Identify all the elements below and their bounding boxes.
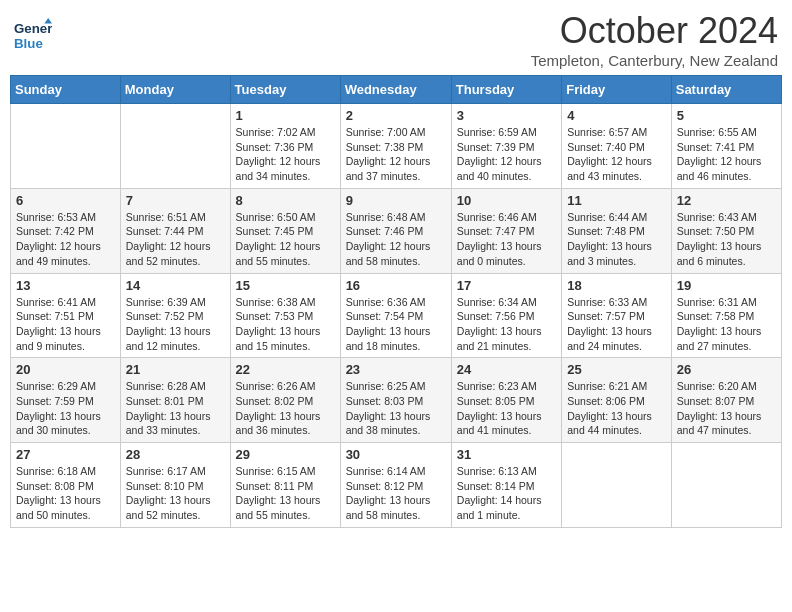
day-number: 19 xyxy=(677,278,776,293)
day-info: Sunrise: 6:15 AM Sunset: 8:11 PM Dayligh… xyxy=(236,464,335,523)
day-cell: 26Sunrise: 6:20 AM Sunset: 8:07 PM Dayli… xyxy=(671,358,781,443)
day-cell: 2Sunrise: 7:00 AM Sunset: 7:38 PM Daylig… xyxy=(340,104,451,189)
day-info: Sunrise: 6:31 AM Sunset: 7:58 PM Dayligh… xyxy=(677,295,776,354)
day-number: 14 xyxy=(126,278,225,293)
day-cell xyxy=(671,443,781,528)
day-cell: 27Sunrise: 6:18 AM Sunset: 8:08 PM Dayli… xyxy=(11,443,121,528)
day-cell: 9Sunrise: 6:48 AM Sunset: 7:46 PM Daylig… xyxy=(340,188,451,273)
day-info: Sunrise: 6:17 AM Sunset: 8:10 PM Dayligh… xyxy=(126,464,225,523)
day-info: Sunrise: 6:51 AM Sunset: 7:44 PM Dayligh… xyxy=(126,210,225,269)
day-number: 31 xyxy=(457,447,556,462)
day-cell: 21Sunrise: 6:28 AM Sunset: 8:01 PM Dayli… xyxy=(120,358,230,443)
month-title: October 2024 xyxy=(531,10,778,52)
day-cell: 6Sunrise: 6:53 AM Sunset: 7:42 PM Daylig… xyxy=(11,188,121,273)
day-number: 1 xyxy=(236,108,335,123)
day-cell: 17Sunrise: 6:34 AM Sunset: 7:56 PM Dayli… xyxy=(451,273,561,358)
day-cell: 10Sunrise: 6:46 AM Sunset: 7:47 PM Dayli… xyxy=(451,188,561,273)
day-number: 2 xyxy=(346,108,446,123)
day-info: Sunrise: 6:25 AM Sunset: 8:03 PM Dayligh… xyxy=(346,379,446,438)
day-number: 24 xyxy=(457,362,556,377)
day-cell: 18Sunrise: 6:33 AM Sunset: 7:57 PM Dayli… xyxy=(562,273,672,358)
day-number: 9 xyxy=(346,193,446,208)
day-info: Sunrise: 6:53 AM Sunset: 7:42 PM Dayligh… xyxy=(16,210,115,269)
svg-text:Blue: Blue xyxy=(14,36,43,51)
week-row-5: 27Sunrise: 6:18 AM Sunset: 8:08 PM Dayli… xyxy=(11,443,782,528)
title-area: October 2024 Templeton, Canterbury, New … xyxy=(531,10,778,69)
header-row: SundayMondayTuesdayWednesdayThursdayFrid… xyxy=(11,76,782,104)
day-info: Sunrise: 7:00 AM Sunset: 7:38 PM Dayligh… xyxy=(346,125,446,184)
day-cell xyxy=(11,104,121,189)
day-cell: 29Sunrise: 6:15 AM Sunset: 8:11 PM Dayli… xyxy=(230,443,340,528)
day-info: Sunrise: 7:02 AM Sunset: 7:36 PM Dayligh… xyxy=(236,125,335,184)
day-cell: 1Sunrise: 7:02 AM Sunset: 7:36 PM Daylig… xyxy=(230,104,340,189)
header-cell-thursday: Thursday xyxy=(451,76,561,104)
day-cell: 8Sunrise: 6:50 AM Sunset: 7:45 PM Daylig… xyxy=(230,188,340,273)
day-cell: 24Sunrise: 6:23 AM Sunset: 8:05 PM Dayli… xyxy=(451,358,561,443)
day-cell: 4Sunrise: 6:57 AM Sunset: 7:40 PM Daylig… xyxy=(562,104,672,189)
day-info: Sunrise: 6:20 AM Sunset: 8:07 PM Dayligh… xyxy=(677,379,776,438)
day-number: 7 xyxy=(126,193,225,208)
day-cell: 13Sunrise: 6:41 AM Sunset: 7:51 PM Dayli… xyxy=(11,273,121,358)
day-info: Sunrise: 6:44 AM Sunset: 7:48 PM Dayligh… xyxy=(567,210,666,269)
day-cell: 23Sunrise: 6:25 AM Sunset: 8:03 PM Dayli… xyxy=(340,358,451,443)
day-info: Sunrise: 6:57 AM Sunset: 7:40 PM Dayligh… xyxy=(567,125,666,184)
header-cell-saturday: Saturday xyxy=(671,76,781,104)
day-cell: 31Sunrise: 6:13 AM Sunset: 8:14 PM Dayli… xyxy=(451,443,561,528)
day-info: Sunrise: 6:18 AM Sunset: 8:08 PM Dayligh… xyxy=(16,464,115,523)
day-info: Sunrise: 6:59 AM Sunset: 7:39 PM Dayligh… xyxy=(457,125,556,184)
day-info: Sunrise: 6:23 AM Sunset: 8:05 PM Dayligh… xyxy=(457,379,556,438)
day-info: Sunrise: 6:55 AM Sunset: 7:41 PM Dayligh… xyxy=(677,125,776,184)
day-info: Sunrise: 6:14 AM Sunset: 8:12 PM Dayligh… xyxy=(346,464,446,523)
day-cell: 19Sunrise: 6:31 AM Sunset: 7:58 PM Dayli… xyxy=(671,273,781,358)
header-cell-tuesday: Tuesday xyxy=(230,76,340,104)
day-number: 22 xyxy=(236,362,335,377)
day-cell: 15Sunrise: 6:38 AM Sunset: 7:53 PM Dayli… xyxy=(230,273,340,358)
day-number: 17 xyxy=(457,278,556,293)
logo-icon: General Blue xyxy=(14,16,52,54)
week-row-3: 13Sunrise: 6:41 AM Sunset: 7:51 PM Dayli… xyxy=(11,273,782,358)
day-info: Sunrise: 6:26 AM Sunset: 8:02 PM Dayligh… xyxy=(236,379,335,438)
week-row-4: 20Sunrise: 6:29 AM Sunset: 7:59 PM Dayli… xyxy=(11,358,782,443)
day-info: Sunrise: 6:43 AM Sunset: 7:50 PM Dayligh… xyxy=(677,210,776,269)
day-number: 11 xyxy=(567,193,666,208)
day-number: 20 xyxy=(16,362,115,377)
logo: General Blue xyxy=(14,16,54,54)
day-info: Sunrise: 6:41 AM Sunset: 7:51 PM Dayligh… xyxy=(16,295,115,354)
header-cell-monday: Monday xyxy=(120,76,230,104)
day-number: 30 xyxy=(346,447,446,462)
day-number: 3 xyxy=(457,108,556,123)
day-cell: 14Sunrise: 6:39 AM Sunset: 7:52 PM Dayli… xyxy=(120,273,230,358)
day-cell: 7Sunrise: 6:51 AM Sunset: 7:44 PM Daylig… xyxy=(120,188,230,273)
day-number: 6 xyxy=(16,193,115,208)
day-info: Sunrise: 6:36 AM Sunset: 7:54 PM Dayligh… xyxy=(346,295,446,354)
day-cell: 16Sunrise: 6:36 AM Sunset: 7:54 PM Dayli… xyxy=(340,273,451,358)
day-number: 18 xyxy=(567,278,666,293)
day-number: 26 xyxy=(677,362,776,377)
week-row-1: 1Sunrise: 7:02 AM Sunset: 7:36 PM Daylig… xyxy=(11,104,782,189)
day-info: Sunrise: 6:39 AM Sunset: 7:52 PM Dayligh… xyxy=(126,295,225,354)
day-number: 13 xyxy=(16,278,115,293)
day-cell: 3Sunrise: 6:59 AM Sunset: 7:39 PM Daylig… xyxy=(451,104,561,189)
day-number: 25 xyxy=(567,362,666,377)
day-number: 29 xyxy=(236,447,335,462)
day-number: 4 xyxy=(567,108,666,123)
day-info: Sunrise: 6:28 AM Sunset: 8:01 PM Dayligh… xyxy=(126,379,225,438)
day-number: 10 xyxy=(457,193,556,208)
day-cell: 5Sunrise: 6:55 AM Sunset: 7:41 PM Daylig… xyxy=(671,104,781,189)
day-number: 5 xyxy=(677,108,776,123)
day-number: 12 xyxy=(677,193,776,208)
day-info: Sunrise: 6:29 AM Sunset: 7:59 PM Dayligh… xyxy=(16,379,115,438)
day-number: 15 xyxy=(236,278,335,293)
day-info: Sunrise: 6:50 AM Sunset: 7:45 PM Dayligh… xyxy=(236,210,335,269)
day-info: Sunrise: 6:38 AM Sunset: 7:53 PM Dayligh… xyxy=(236,295,335,354)
day-number: 27 xyxy=(16,447,115,462)
day-info: Sunrise: 6:46 AM Sunset: 7:47 PM Dayligh… xyxy=(457,210,556,269)
day-number: 21 xyxy=(126,362,225,377)
day-number: 23 xyxy=(346,362,446,377)
day-number: 16 xyxy=(346,278,446,293)
day-cell: 25Sunrise: 6:21 AM Sunset: 8:06 PM Dayli… xyxy=(562,358,672,443)
header: General Blue October 2024 Templeton, Can… xyxy=(10,10,782,69)
location: Templeton, Canterbury, New Zealand xyxy=(531,52,778,69)
day-cell: 12Sunrise: 6:43 AM Sunset: 7:50 PM Dayli… xyxy=(671,188,781,273)
week-row-2: 6Sunrise: 6:53 AM Sunset: 7:42 PM Daylig… xyxy=(11,188,782,273)
